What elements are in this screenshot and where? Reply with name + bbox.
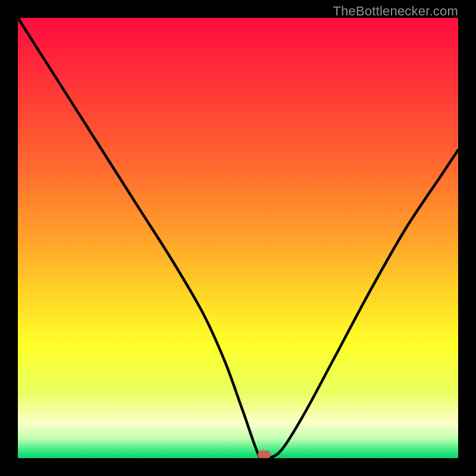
- source-credit: TheBottlenecker.com: [333, 4, 458, 19]
- optimal-point-marker: [258, 450, 271, 458]
- chart-stage: TheBottlenecker.com: [0, 0, 476, 476]
- plot-area: [18, 18, 458, 458]
- bottleneck-curve: [18, 18, 458, 458]
